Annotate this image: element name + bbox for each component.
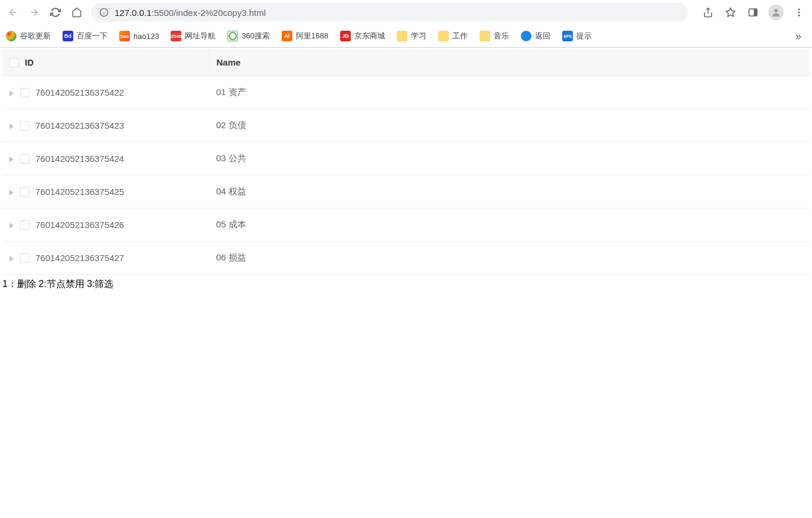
select-all-checkbox[interactable] [9, 58, 19, 67]
folder-icon [480, 31, 490, 41]
chrome-icon [6, 31, 17, 41]
id-cell: 760142052136375425 [2, 175, 209, 208]
bookmark-item[interactable]: 学习 [397, 31, 426, 41]
alibaba-icon: Al [282, 31, 292, 41]
expand-icon[interactable] [9, 157, 14, 161]
row-id-text: 760142052136375424 [35, 154, 124, 164]
bookmark-item[interactable]: haohao123 [119, 31, 159, 41]
table-row[interactable]: 760142052136375424 03 公共 [2, 142, 810, 175]
table-row[interactable]: 760142052136375422 01 资产 [2, 76, 810, 109]
bookmark-item[interactable]: 返回 [521, 31, 550, 41]
expand-icon[interactable] [9, 190, 14, 194]
browser-chrome: 127.0.0.1:5500/index-2%20copy3.html 谷歌更新… [0, 0, 812, 48]
bookmark-item[interactable]: 360搜索 [227, 31, 270, 41]
tips-icon: APS [562, 31, 573, 41]
profile-avatar[interactable] [768, 5, 784, 20]
name-cell: 06 损益 [209, 242, 810, 275]
id-cell: 760142052136375422 [2, 76, 209, 109]
svg-marker-3 [726, 8, 735, 17]
data-table: ID Name 760142052136375422 01 资产 7601420… [2, 49, 810, 275]
row-checkbox[interactable] [20, 154, 30, 164]
reload-button[interactable] [48, 5, 63, 19]
back-button[interactable] [6, 5, 20, 19]
name-cell: 04 权益 [209, 175, 810, 208]
row-id-text: 760142052136375426 [35, 220, 124, 230]
site-info-icon[interactable] [99, 8, 109, 17]
svg-point-6 [774, 9, 778, 12]
search360-icon [227, 31, 238, 41]
name-cell: 02 负债 [209, 109, 810, 142]
expand-icon[interactable] [9, 256, 14, 260]
row-id-text: 760142052136375427 [35, 253, 124, 263]
name-cell: 03 公共 [209, 142, 810, 175]
name-cell: 01 资产 [209, 76, 810, 109]
row-checkbox[interactable] [20, 187, 30, 197]
side-panel-icon[interactable] [746, 5, 760, 19]
bookmark-item[interactable]: Al阿里1688 [282, 31, 328, 41]
row-checkbox[interactable] [20, 253, 30, 263]
table-row[interactable]: 760142052136375427 06 损益 [2, 242, 810, 275]
name-column-header: Name [209, 49, 810, 76]
expand-icon[interactable] [9, 90, 14, 95]
expand-icon[interactable] [9, 123, 14, 128]
table-row[interactable]: 760142052136375425 04 权益 [2, 175, 810, 208]
row-checkbox[interactable] [20, 88, 30, 97]
bookmark-star-icon[interactable] [723, 5, 738, 19]
id-cell: 760142052136375424 [2, 142, 209, 175]
address-bar[interactable]: 127.0.0.1:5500/index-2%20copy3.html [91, 3, 688, 22]
expand-icon[interactable] [9, 223, 14, 227]
table-row[interactable]: 760142052136375426 05 成本 [2, 208, 810, 242]
bookmark-item[interactable]: 谷歌更新 [6, 31, 51, 41]
row-id-text: 760142052136375425 [35, 187, 124, 197]
id-header-label: ID [25, 57, 34, 67]
bookmark-item[interactable]: Bd百度一下 [63, 31, 107, 41]
row-id-text: 760142052136375422 [35, 87, 124, 97]
folder-icon [397, 31, 407, 41]
id-column-header: ID [2, 49, 209, 76]
bookmark-overflow-button[interactable]: » [795, 30, 801, 43]
name-cell: 05 成本 [209, 208, 810, 242]
forward-button[interactable] [27, 5, 41, 19]
bookmark-item[interactable]: JD京东商城 [340, 31, 385, 41]
id-cell: 760142052136375427 [2, 242, 209, 275]
nav2345-icon: 2345 [171, 31, 181, 41]
bookmark-item[interactable]: 2345网址导航 [171, 31, 216, 41]
return-icon [521, 31, 531, 41]
folder-icon [438, 31, 449, 41]
row-checkbox[interactable] [20, 121, 30, 131]
url-display: 127.0.0.1:5500/index-2%20copy3.html [115, 8, 266, 18]
menu-icon[interactable] [792, 5, 806, 19]
toolbar-right-icons [701, 5, 806, 20]
footer-legend: 1：删除 2:节点禁用 3:筛选 [0, 275, 812, 294]
jd-icon: JD [340, 31, 351, 41]
table-header-row: ID Name [2, 49, 810, 76]
svg-point-7 [798, 8, 800, 10]
svg-point-8 [798, 12, 800, 14]
svg-rect-5 [754, 9, 757, 16]
id-cell: 760142052136375426 [2, 208, 209, 242]
bookmark-item[interactable]: 工作 [438, 31, 468, 41]
bookmarks-bar: 谷歌更新 Bd百度一下 haohao123 2345网址导航 360搜索 Al阿… [0, 25, 812, 47]
svg-point-9 [798, 15, 800, 17]
share-icon[interactable] [701, 5, 715, 19]
table-row[interactable]: 760142052136375423 02 负债 [2, 109, 810, 142]
row-checkbox[interactable] [20, 220, 30, 230]
page-content: ID Name 760142052136375422 01 资产 7601420… [0, 49, 812, 294]
bookmark-item[interactable]: 音乐 [480, 31, 509, 41]
bookmark-item[interactable]: APS提示 [562, 31, 592, 41]
browser-toolbar: 127.0.0.1:5500/index-2%20copy3.html [0, 0, 812, 25]
home-button[interactable] [70, 5, 84, 19]
baidu-icon: Bd [63, 31, 73, 41]
id-cell: 760142052136375423 [2, 109, 209, 142]
hao123-icon: hao [119, 31, 130, 41]
row-id-text: 760142052136375423 [35, 120, 124, 131]
